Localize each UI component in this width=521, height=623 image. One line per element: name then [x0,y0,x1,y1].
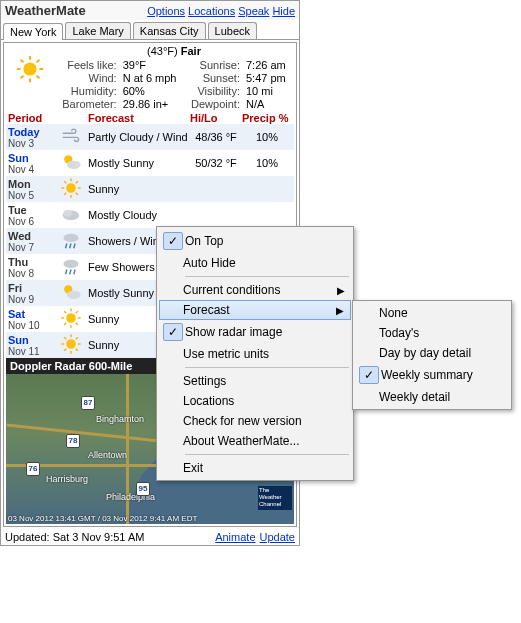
detail-cell: N/A [246,98,290,110]
detail-cell: Dewpoint: [187,98,240,110]
fc-day: Fri [8,282,58,294]
forecast-row[interactable]: TueNov 6 Mostly Cloudy [6,202,294,228]
fc-header-cell: Precip % [242,112,292,124]
fc-date: Nov 8 [8,268,58,279]
statusbar: Updated: Sat 3 Nov 9:51 AM AnimateUpdate [1,529,299,545]
link-hide[interactable]: Hide [272,5,295,17]
fc-date: Nov 10 [8,320,58,331]
fc-icon-rain [58,229,86,253]
fc-cond: Sunny [88,183,190,195]
fc-day: Wed [8,230,58,242]
menu-label: Today's [379,326,419,340]
fc-date: Nov 6 [8,216,58,227]
menu-item-weekly-detail[interactable]: Weekly detail [355,387,509,407]
menu-label: Weekly detail [379,390,450,404]
fc-precip: 10% [242,157,292,169]
menu-item-settings[interactable]: Settings [159,371,351,391]
current-details: Feels like:39°FSunrise:7:26 amWind:N at … [54,57,294,112]
current-temp: (43°F) [147,45,178,57]
menu-label: Use metric units [183,347,269,361]
app-title: WeatherMate [5,3,86,18]
menu-label: Weekly summary [381,368,473,382]
link-animate[interactable]: Animate [215,531,255,543]
menu-label: Show radar image [185,325,282,339]
fc-date: Nov 3 [8,138,58,149]
menu-label: Day by day detail [379,346,471,360]
menu-item-locations[interactable]: Locations [159,391,351,411]
tab-kansas-city[interactable]: Kansas City [133,22,206,39]
current-icon [8,47,52,91]
menu-label: About WeatherMate... [183,434,300,448]
menu-separator [185,454,349,455]
menu-item-auto-hide[interactable]: Auto Hide [159,253,351,273]
menu-label: On Top [185,234,223,248]
menu-label: Exit [183,461,203,475]
fc-date: Nov 7 [8,242,58,253]
menu-label: Forecast [183,303,230,317]
forecast-row[interactable]: MonNov 5 Sunny [6,176,294,202]
menu-item-current-conditions[interactable]: Current conditions▶ [159,280,351,300]
fc-header-cell: Hi/Lo [190,112,242,124]
menu-label: Settings [183,374,226,388]
fc-icon-sun [58,307,86,331]
check-icon: ✓ [163,232,183,250]
tab-lubeck[interactable]: Lubeck [208,22,257,39]
forecast-submenu[interactable]: NoneToday'sDay by day detail✓Weekly summ… [352,300,512,410]
menu-item-on-top[interactable]: ✓On Top [159,229,351,253]
menu-item-day-by-day-detail[interactable]: Day by day detail [355,343,509,363]
detail-cell: Sunset: [187,72,240,84]
fc-icon-msun [58,151,86,175]
link-speak[interactable]: Speak [238,5,269,17]
title-links: OptionsLocationsSpeakHide [144,5,295,17]
fc-day: Thu [8,256,58,268]
route-shield: 87 [81,396,95,410]
menu-item-show-radar-image[interactable]: ✓Show radar image [159,320,351,344]
fc-icon-msun [58,281,86,305]
link-options[interactable]: Options [147,5,185,17]
tab-new-york[interactable]: New York [3,23,63,40]
detail-cell: Barometer: [58,98,117,110]
weather-channel-logo: The Weather Channel [258,486,292,510]
titlebar: WeatherMate OptionsLocationsSpeakHide [1,1,299,20]
menu-item-about-weathermate-[interactable]: About WeatherMate... [159,431,351,451]
detail-cell: Humidity: [58,85,117,97]
check-icon: ✓ [163,323,183,341]
menu-item-today-s[interactable]: Today's [355,323,509,343]
menu-label: Auto Hide [183,256,236,270]
route-shield: 95 [136,482,150,496]
fc-hilo: 48/36 °F [190,131,242,143]
menu-label: Check for new version [183,414,302,428]
detail-cell: 5:47 pm [246,72,290,84]
forecast-row[interactable]: TodayNov 3 Partly Cloudy / Wind 48/36 °F… [6,124,294,150]
route-shield: 78 [66,434,80,448]
detail-cell: 39°F [123,59,181,71]
fc-day: Today [8,126,58,138]
fc-cond: Mostly Sunny [88,157,190,169]
updated-label: Updated: [5,531,50,543]
detail-cell: Feels like: [58,59,117,71]
fc-icon-sun [58,333,86,357]
context-menu[interactable]: ✓On TopAuto HideCurrent conditions▶Forec… [156,226,354,481]
menu-item-use-metric-units[interactable]: Use metric units [159,344,351,364]
menu-item-forecast[interactable]: Forecast▶ [159,300,351,320]
menu-item-weekly-summary[interactable]: ✓Weekly summary [355,363,509,387]
detail-cell: 7:26 am [246,59,290,71]
link-locations[interactable]: Locations [188,5,235,17]
fc-icon-wind [58,125,86,149]
tab-lake-mary[interactable]: Lake Mary [65,22,130,39]
detail-cell: Sunrise: [187,59,240,71]
forecast-row[interactable]: SunNov 4 Mostly Sunny 50/32 °F 10% [6,150,294,176]
menu-item-exit[interactable]: Exit [159,458,351,478]
fc-date: Nov 9 [8,294,58,305]
menu-item-none[interactable]: None [355,303,509,323]
radar-timestamp: 03 Nov 2012 13:41 GMT / 03 Nov 2012 9:41… [8,514,292,523]
detail-cell: 60% [123,85,181,97]
footer-links: AnimateUpdate [211,531,295,543]
fc-hilo: 50/32 °F [190,157,242,169]
current-summary: (43°F) Fair [54,45,294,57]
menu-item-check-for-new-version[interactable]: Check for new version [159,411,351,431]
submenu-arrow-icon: ▶ [337,285,345,296]
updated-time: Sat 3 Nov 9:51 AM [53,531,145,543]
menu-label: None [379,306,408,320]
link-update[interactable]: Update [260,531,295,543]
